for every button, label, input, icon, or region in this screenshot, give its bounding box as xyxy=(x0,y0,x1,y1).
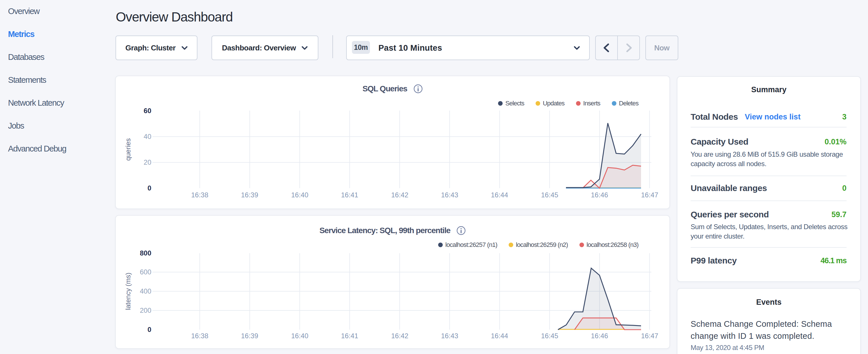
svg-text:20: 20 xyxy=(144,158,151,166)
svg-text:16:42: 16:42 xyxy=(391,332,408,340)
svg-text:16:46: 16:46 xyxy=(591,332,608,340)
svg-text:16:43: 16:43 xyxy=(441,191,458,199)
svg-text:queries: queries xyxy=(124,138,132,161)
svg-text:16:45: 16:45 xyxy=(541,191,558,199)
svg-text:16:41: 16:41 xyxy=(341,332,358,340)
svg-text:16:43: 16:43 xyxy=(441,332,458,340)
svg-text:16:47: 16:47 xyxy=(641,191,658,199)
svg-text:16:38: 16:38 xyxy=(191,191,208,199)
svg-text:400: 400 xyxy=(140,287,151,295)
svg-text:60: 60 xyxy=(144,107,151,115)
svg-text:16:46: 16:46 xyxy=(591,191,608,199)
svg-text:16:44: 16:44 xyxy=(491,191,508,199)
svg-text:16:38: 16:38 xyxy=(191,332,208,340)
svg-text:16:39: 16:39 xyxy=(241,332,258,340)
svg-text:latency (ms): latency (ms) xyxy=(124,273,132,310)
svg-text:16:41: 16:41 xyxy=(341,191,358,199)
svg-text:16:40: 16:40 xyxy=(291,332,308,340)
svg-text:40: 40 xyxy=(144,133,151,140)
svg-text:200: 200 xyxy=(140,307,151,314)
svg-text:16:40: 16:40 xyxy=(291,191,308,199)
svg-text:16:39: 16:39 xyxy=(241,191,258,199)
svg-text:16:42: 16:42 xyxy=(391,191,408,199)
svg-text:0: 0 xyxy=(148,184,151,192)
svg-text:800: 800 xyxy=(140,249,151,257)
svg-text:0: 0 xyxy=(148,326,151,333)
svg-text:16:47: 16:47 xyxy=(641,332,658,340)
svg-text:16:45: 16:45 xyxy=(541,332,558,340)
svg-text:600: 600 xyxy=(140,268,151,276)
svg-text:16:44: 16:44 xyxy=(491,332,508,340)
